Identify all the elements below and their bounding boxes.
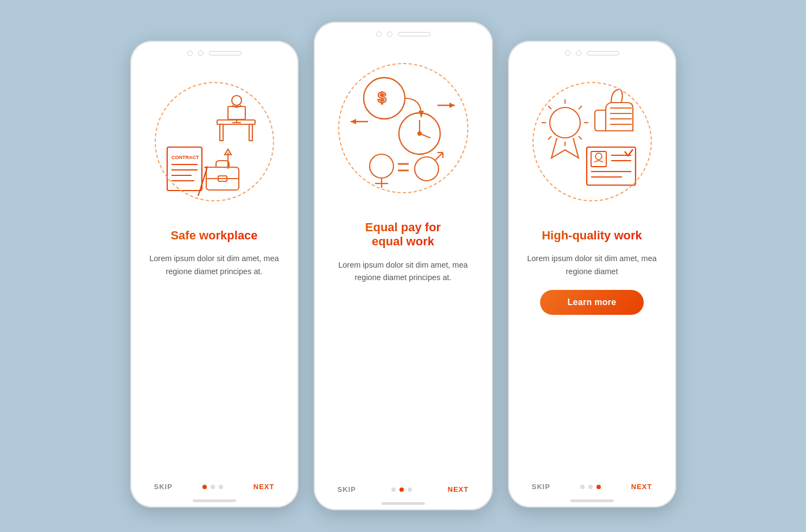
dot-2-2 — [399, 487, 404, 492]
phone-3-skip[interactable]: SKIP — [532, 483, 550, 491]
illustration-safe-workplace: CONTRACT — [149, 60, 280, 223]
phone-1-nav: SKIP NEXT — [142, 483, 287, 491]
phone-3-content: High-quality work Lorem ipsum dolor sit … — [508, 60, 676, 499]
phone-high-quality: High-quality work Lorem ipsum dolor sit … — [508, 41, 676, 508]
phone-3-home-bar — [570, 499, 614, 502]
dashed-circle-3 — [532, 82, 652, 201]
phone-2-skip[interactable]: SKIP — [338, 485, 356, 493]
phone-1-skip[interactable]: SKIP — [154, 483, 173, 491]
phone-safe-workplace: CONTRACT Safe workplace Lorem ipsum dolo… — [130, 41, 299, 508]
speaker-2 — [398, 32, 430, 36]
camera-4 — [387, 31, 392, 37]
phone-2-dots — [391, 487, 412, 492]
camera-1 — [187, 50, 193, 56]
illustration-equal-pay: $ — [333, 41, 474, 215]
camera-5 — [565, 50, 570, 56]
phone-1-dots — [202, 485, 223, 489]
illustration-high-quality — [527, 60, 657, 223]
learn-more-button[interactable]: Learn more — [540, 290, 643, 315]
phone-top-bar-2 — [314, 31, 493, 37]
dot-1-1 — [202, 485, 207, 489]
phone-3-nav: SKIP NEXT — [520, 483, 664, 491]
phone-2-next[interactable]: NEXT — [448, 485, 469, 493]
phone-top-bar-1 — [130, 50, 299, 56]
phone-1-content: CONTRACT Safe workplace Lorem ipsum dolo… — [130, 60, 299, 499]
phone-top-bar-3 — [508, 50, 676, 56]
dot-3-2 — [588, 485, 593, 489]
phone-1-title: Safe workplace — [170, 229, 257, 243]
dashed-circle-1 — [155, 82, 274, 201]
dot-3-3 — [596, 485, 601, 489]
phone-3-dots — [580, 485, 601, 489]
phone-2-desc: Lorem ipsum dolor sit dim amet, mea regi… — [326, 259, 481, 284]
phone-2-nav: SKIP NEXT — [326, 485, 481, 493]
phone-2-content: $ — [314, 41, 493, 502]
dot-1-2 — [211, 485, 215, 489]
dot-2-1 — [391, 487, 396, 492]
phone-3-desc: Lorem ipsum dolor sit dim amet, mea regi… — [520, 252, 664, 277]
camera-3 — [376, 31, 382, 37]
speaker-1 — [209, 51, 242, 55]
phones-container: CONTRACT Safe workplace Lorem ipsum dolo… — [130, 22, 676, 510]
phone-3-title: High-quality work — [542, 229, 642, 243]
dot-3-1 — [580, 485, 585, 489]
dot-2-3 — [408, 487, 412, 492]
phone-1-home-bar — [193, 499, 236, 502]
phone-1-desc: Lorem ipsum dolor sit dim amet, mea regi… — [142, 252, 287, 277]
phone-1-next[interactable]: NEXT — [253, 483, 275, 491]
phone-2-title: Equal pay forequal work — [365, 220, 441, 249]
phone-2-home-bar — [382, 502, 425, 505]
camera-2 — [198, 50, 204, 56]
camera-6 — [576, 50, 581, 56]
dashed-circle-2 — [338, 63, 468, 193]
dot-1-3 — [219, 485, 223, 489]
speaker-3 — [587, 51, 619, 55]
phone-equal-pay: $ — [314, 22, 493, 510]
phone-3-next[interactable]: NEXT — [631, 483, 652, 491]
